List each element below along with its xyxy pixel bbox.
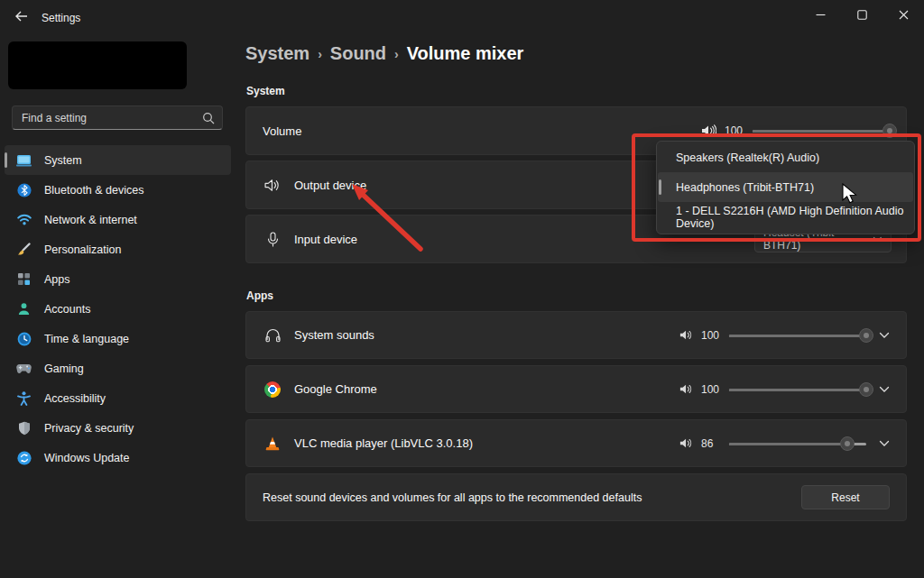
apps-icon [16,272,32,287]
clock-icon [16,332,32,346]
app-volume-slider[interactable] [729,327,866,344]
search-icon [202,112,215,124]
breadcrumb-sound[interactable]: Sound [330,43,386,64]
sidebar-item-label: Accessibility [44,392,106,405]
dropdown-option-label: Speakers (Realtek(R) Audio) [676,151,819,164]
maximize-button[interactable] [841,0,882,30]
search-placeholder: Find a setting [22,112,202,124]
app-volume-slider[interactable] [729,381,866,398]
breadcrumb-separator-icon: › [394,47,399,61]
speaker-icon[interactable] [679,437,693,449]
apps-rows: System sounds 100 [245,311,907,528]
shield-icon [16,421,32,436]
sidebar-item-label: Accounts [44,303,90,316]
volume-label: Volume [263,124,301,138]
reset-description: Reset sound devices and volumes for all … [263,491,642,504]
app-label: VLC media player (LibVLC 3.0.18) [294,436,473,450]
sidebar-item-system[interactable]: System [5,145,231,175]
titlebar: Settings [0,0,924,32]
selected-indicator [659,179,661,195]
app-volume-slider[interactable] [729,436,866,452]
sidebar-item-label: Windows Update [44,452,130,464]
selected-indicator [5,152,7,168]
minimize-button[interactable] [799,0,841,30]
vlc-icon [263,436,282,451]
slider-fill [729,443,847,445]
slider-fill [729,389,866,391]
slider-fill [753,130,890,133]
app-volume-value: 100 [701,329,721,342]
sidebar: Find a setting System [0,32,235,578]
reset-row: Reset sound devices and volumes for all … [245,473,907,521]
app-volume-value: 100 [701,383,721,396]
sidebar-item-accounts[interactable]: Accounts [5,294,231,324]
dropdown-option-headphones[interactable]: Headphones (Tribit-BTH71) [658,172,913,202]
chevron-down-icon[interactable] [879,332,890,339]
sidebar-item-apps[interactable]: Apps [5,264,231,294]
breadcrumb: System › Sound › Volume mixer [245,43,523,64]
slider-thumb[interactable] [840,436,855,451]
headphones-icon [263,328,282,343]
user-account-redacted [8,41,187,89]
sidebar-item-label: Bluetooth & devices [44,184,144,197]
dropdown-option-label: 1 - DELL S2216H (AMD High Definition Aud… [676,205,913,230]
sidebar-item-gaming[interactable]: Gaming [5,353,231,383]
chevron-down-icon[interactable] [879,440,890,447]
speaker-icon[interactable] [679,329,693,341]
brush-icon [16,243,32,257]
sidebar-item-personalization[interactable]: Personalization [5,234,231,264]
sidebar-item-label: Time & language [44,333,129,345]
app-label: System sounds [294,328,374,342]
output-device-dropdown: Speakers (Realtek(R) Audio) Headphones (… [656,141,915,234]
wifi-icon [16,213,32,227]
sidebar-item-windows-update[interactable]: Windows Update [5,443,231,472]
reset-button[interactable]: Reset [801,485,890,509]
slider-thumb[interactable] [859,382,873,397]
dropdown-option-label: Headphones (Tribit-BTH71) [676,181,814,194]
chevron-down-icon[interactable] [879,386,890,393]
sidebar-item-label: Network & internet [44,214,137,226]
sidebar-item-network-internet[interactable]: Network & internet [5,205,231,234]
window-title: Settings [42,12,80,24]
section-header-system: System [246,85,285,97]
close-icon [899,10,909,20]
microphone-icon [263,232,282,247]
back-button[interactable] [9,6,32,26]
sidebar-item-accessibility[interactable]: Accessibility [5,383,231,413]
speaker-icon [263,179,282,192]
slider-thumb[interactable] [859,328,873,343]
sidebar-nav: System Bluetooth & devices Network & int… [5,145,231,472]
minimize-icon [816,10,826,20]
main-content: System › Sound › Volume mixer System Vol… [235,32,924,578]
dropdown-option-dell-monitor[interactable]: 1 - DELL S2216H (AMD High Definition Aud… [658,202,913,232]
sidebar-item-privacy-security[interactable]: Privacy & security [5,413,231,443]
speaker-icon[interactable] [679,383,693,395]
volume-slider[interactable] [753,123,890,139]
page-title: Volume mixer [407,43,524,64]
sidebar-item-label: Personalization [44,243,121,256]
chevron-down-icon [873,236,882,243]
gamepad-icon [16,362,32,376]
update-icon [16,451,32,465]
bluetooth-icon [16,183,32,197]
speaker-icon[interactable] [701,124,716,137]
sidebar-item-label: System [44,154,82,167]
window-controls [799,0,924,30]
search-input[interactable]: Find a setting [12,106,223,130]
breadcrumb-system[interactable]: System [245,43,310,64]
input-device-label: Input device [294,233,357,246]
slider-thumb[interactable] [882,124,897,138]
sidebar-item-time-language[interactable]: Time & language [5,324,231,353]
sidebar-item-bluetooth-devices[interactable]: Bluetooth & devices [5,175,231,205]
volume-value: 100 [725,124,744,137]
app-row-google-chrome: Google Chrome 100 [245,365,907,413]
close-button[interactable] [882,0,924,30]
maximize-icon [857,10,867,20]
accessibility-person-icon [16,391,32,406]
sidebar-item-label: Gaming [44,362,84,375]
sidebar-item-label: Privacy & security [44,422,134,435]
dropdown-option-speakers[interactable]: Speakers (Realtek(R) Audio) [658,142,913,172]
output-device-label: Output device [294,179,366,192]
breadcrumb-separator-icon: › [318,47,322,61]
app-row-vlc: VLC media player (LibVLC 3.0.18) 86 [245,419,907,467]
